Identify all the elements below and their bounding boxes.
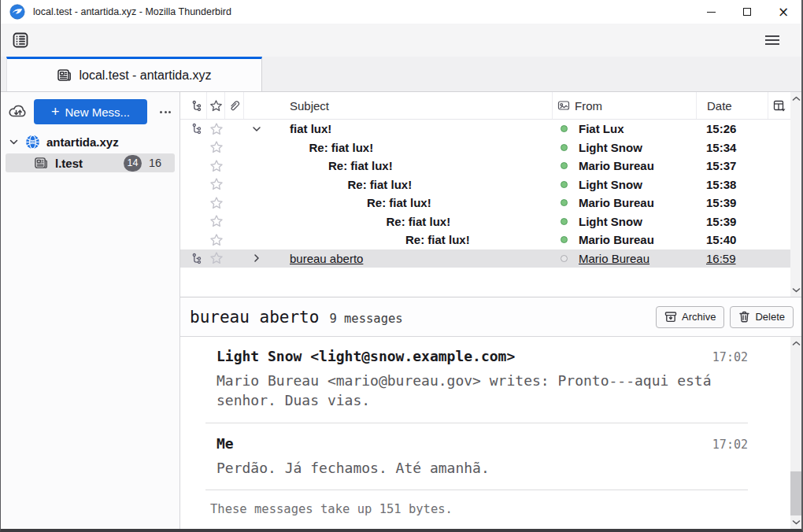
thread-list-scrollbar[interactable] xyxy=(790,92,801,297)
date-text: 15:39 xyxy=(696,196,768,209)
star-toggle[interactable] xyxy=(207,122,225,136)
unread-dot-icon[interactable] xyxy=(561,218,568,225)
star-icon xyxy=(209,140,224,154)
star-toggle[interactable] xyxy=(207,177,225,191)
account-twisty xyxy=(9,137,20,147)
chevron-down-icon[interactable] xyxy=(9,137,19,147)
scroll-up-icon[interactable] xyxy=(792,96,801,102)
star-icon xyxy=(209,159,224,173)
archive-button[interactable]: Archive xyxy=(656,306,724,328)
thread-icon xyxy=(191,100,202,112)
message-body: Perdão. Já fechamos. Até amanhã. xyxy=(216,459,736,478)
scroll-up-icon[interactable] xyxy=(792,341,801,346)
message-row[interactable]: Re: fiat lux!Mario Bureau15:39 xyxy=(180,194,801,212)
thread-icon xyxy=(191,253,202,264)
from-column-button[interactable]: From xyxy=(553,92,696,119)
subject-text: Re: fiat lux! xyxy=(328,159,393,172)
thread-cell xyxy=(187,123,207,135)
message-row[interactable]: Re: fiat lux!Light Snow15:34 xyxy=(180,139,801,157)
message-row[interactable]: Re: fiat lux!Mario Bureau15:40 xyxy=(180,231,801,249)
new-message-button[interactable]: + New Mess... xyxy=(34,99,147,124)
scrollbar-thumb[interactable] xyxy=(790,471,801,515)
date-text: 16:59 xyxy=(696,252,768,265)
message-reader-pane: Light Snow <light@snow.example.com>17:02… xyxy=(180,337,801,529)
unread-dot-icon[interactable] xyxy=(561,236,568,243)
star-icon xyxy=(209,251,224,265)
star-toggle[interactable] xyxy=(207,214,225,228)
star-toggle[interactable] xyxy=(207,140,225,154)
subject-column-button[interactable]: Subject xyxy=(244,92,553,119)
star-toggle[interactable] xyxy=(207,251,225,265)
date-text: 15:37 xyxy=(696,159,768,172)
total-count: 16 xyxy=(142,157,168,169)
read-dot-icon[interactable] xyxy=(561,255,568,262)
attachment-column-button[interactable] xyxy=(225,92,244,119)
unread-dot-icon[interactable] xyxy=(561,199,568,206)
unread-dot-icon[interactable] xyxy=(561,125,568,132)
app-menu-button[interactable] xyxy=(760,28,784,52)
star-toggle[interactable] xyxy=(207,233,225,247)
thread-cell xyxy=(187,253,207,264)
star-toggle[interactable] xyxy=(207,196,225,210)
unified-toolbar xyxy=(1,24,801,57)
folder-pane-options-button[interactable] xyxy=(155,102,176,122)
sync-cloud-button[interactable] xyxy=(6,99,31,124)
message-row[interactable]: Re: fiat lux!Light Snow15:38 xyxy=(180,175,801,194)
star-icon xyxy=(209,196,224,210)
message-row[interactable]: bureau abertoMario Bureau16:59 xyxy=(180,249,801,268)
subject-text: Re: fiat lux! xyxy=(348,178,413,191)
star-icon xyxy=(209,177,224,191)
thread-icon xyxy=(191,123,202,135)
date-text: 15:38 xyxy=(696,178,768,191)
unread-dot-icon[interactable] xyxy=(561,181,568,188)
message-body: Mario Bureau <mario@bureau.gov> writes: … xyxy=(216,371,736,411)
unread-dot-icon[interactable] xyxy=(561,162,568,169)
star-icon xyxy=(209,233,224,247)
star-toggle[interactable] xyxy=(207,159,225,173)
thunderbird-window: local.test - antartida.xyz - Mozilla Thu… xyxy=(0,0,803,532)
from-text: Mario Bureau xyxy=(579,159,654,172)
message-row[interactable]: fiat lux!Fiat Lux15:26 xyxy=(180,120,801,139)
tab-local-test[interactable]: local.test - antartida.xyz xyxy=(6,57,262,91)
twisty-expanded-icon xyxy=(251,124,262,135)
archive-icon xyxy=(664,311,677,323)
reader-message: Me17:02Perdão. Já fechamos. Até amanhã. xyxy=(216,435,748,478)
spaces-toggle-button[interactable] xyxy=(9,28,32,52)
folder-pane: + New Mess... xyxy=(1,92,180,529)
star-icon xyxy=(209,99,223,113)
from-text: Light Snow xyxy=(579,141,642,154)
message-divider xyxy=(205,423,748,423)
from-text: Mario Bureau xyxy=(579,233,654,246)
reader-footer: These messages take up 151 bytes. xyxy=(210,502,748,516)
message-row[interactable]: Re: fiat lux!Mario Bureau15:37 xyxy=(180,157,801,175)
thunderbird-logo-icon xyxy=(9,4,25,20)
maximize-button[interactable] xyxy=(729,0,765,24)
newspaper-icon xyxy=(57,68,72,83)
title-bar: local.test - antartida.xyz - Mozilla Thu… xyxy=(1,0,801,24)
date-column-button[interactable]: Date xyxy=(696,92,768,119)
scroll-down-icon[interactable] xyxy=(792,519,801,525)
window-title: local.test - antartida.xyz - Mozilla Thu… xyxy=(33,6,231,17)
star-column-button[interactable] xyxy=(207,92,225,119)
message-header-bar: bureau aberto 9 messages Archive xyxy=(180,297,801,337)
thread-column-button[interactable] xyxy=(187,92,207,119)
account-row[interactable]: antartida.xyz xyxy=(1,131,179,152)
junk-status-icon xyxy=(557,100,570,111)
from-text: Mario Bureau xyxy=(579,252,649,265)
column-picker-button[interactable] xyxy=(768,92,790,119)
thread-twisty[interactable] xyxy=(251,124,262,135)
from-text: Mario Bureau xyxy=(579,196,654,209)
date-text: 15:39 xyxy=(696,215,768,228)
plus-icon: + xyxy=(51,105,60,119)
unread-dot-icon[interactable] xyxy=(561,144,568,151)
message-row[interactable]: Re: fiat lux!Light Snow15:39 xyxy=(180,212,801,231)
delete-button[interactable]: Delete xyxy=(730,306,794,328)
close-button[interactable]: × xyxy=(765,0,801,24)
reader-scrollbar[interactable] xyxy=(790,337,801,529)
message-sender: Light Snow <light@snow.example.com> xyxy=(216,348,515,364)
folder-row-ltest[interactable]: l.test 14 16 xyxy=(6,153,175,172)
thread-twisty[interactable] xyxy=(251,253,262,264)
column-picker-icon xyxy=(773,100,786,112)
minimize-button[interactable] xyxy=(693,0,729,24)
scroll-down-icon[interactable] xyxy=(792,287,801,293)
